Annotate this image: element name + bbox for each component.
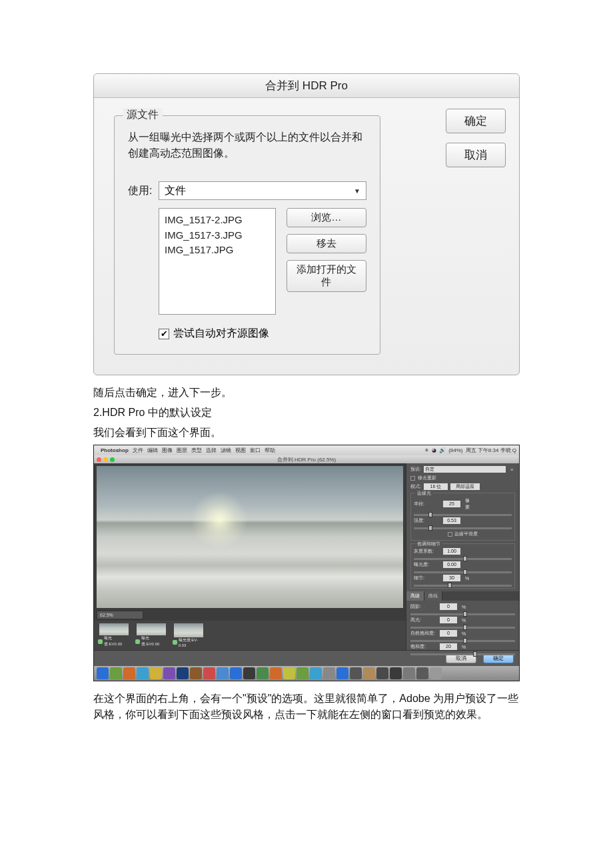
gamma-slider[interactable] xyxy=(414,558,512,560)
tab-curve[interactable]: 曲线 xyxy=(424,591,442,601)
dock-app-icon[interactable] xyxy=(376,667,388,679)
menu-item[interactable]: 文件 xyxy=(133,447,143,454)
edge-smooth-checkbox[interactable] xyxy=(448,532,452,537)
dock-app-icon[interactable] xyxy=(336,667,348,679)
preset-menu-icon[interactable]: ≡ xyxy=(508,467,515,472)
dock-app-icon[interactable] xyxy=(430,667,442,679)
thumb-label: 曝光值:EV-0.03 xyxy=(179,637,205,647)
remove-ghost-checkbox[interactable] xyxy=(410,476,415,481)
detail-slider[interactable] xyxy=(414,585,512,587)
dock-app-icon[interactable] xyxy=(283,667,295,679)
file-item[interactable]: IMG_1517-3.JPG xyxy=(165,228,270,243)
dock-app-icon[interactable] xyxy=(416,667,428,679)
strength-slider[interactable] xyxy=(414,527,512,529)
file-item[interactable]: IMG_1517-2.JPG xyxy=(165,213,270,228)
use-label: 使用: xyxy=(128,184,152,198)
strength-value[interactable]: 0.53 xyxy=(443,517,460,524)
browse-button[interactable]: 浏览… xyxy=(287,208,366,227)
add-open-files-button[interactable]: 添加打开的文件 xyxy=(287,260,366,292)
dock-app-icon[interactable] xyxy=(137,667,149,679)
edge-smooth-label: 边缘平滑度 xyxy=(454,531,478,537)
zoom-indicator[interactable]: 62.5% xyxy=(97,611,143,619)
menu-item[interactable]: 类型 xyxy=(191,447,202,454)
dock-app-icon[interactable] xyxy=(297,667,308,679)
dock-app-icon[interactable] xyxy=(363,667,375,679)
detail-value[interactable]: 30 xyxy=(443,575,460,581)
radius-slider[interactable] xyxy=(414,514,512,516)
mac-dock xyxy=(94,666,519,681)
close-icon[interactable] xyxy=(97,457,101,462)
file-list[interactable]: IMG_1517-2.JPG IMG_1517-3.JPG IMG_1517.J… xyxy=(159,208,276,315)
radius-unit: 像素 xyxy=(463,497,471,511)
exposure-value[interactable]: 0.00 xyxy=(443,561,460,568)
percent-unit: % xyxy=(460,645,468,649)
highlight-slider[interactable] xyxy=(410,627,515,629)
source-thumb[interactable]: 曝光值:EV0.00 xyxy=(98,623,130,647)
shadow-slider[interactable] xyxy=(410,613,515,615)
ok-button[interactable]: 确定 xyxy=(446,109,506,133)
mode-label: 模式: xyxy=(410,483,421,490)
shadow-value[interactable]: 0 xyxy=(440,603,457,610)
percent-unit: % xyxy=(460,631,468,636)
window-title: 合并到 HDR Pro (62.5%) xyxy=(277,456,336,463)
dock-app-icon[interactable] xyxy=(323,667,335,679)
dock-app-icon[interactable] xyxy=(150,667,162,679)
zoom-icon[interactable] xyxy=(110,457,115,462)
dock-app-icon[interactable] xyxy=(310,667,322,679)
dock-app-icon[interactable] xyxy=(257,667,269,679)
minimize-icon[interactable] xyxy=(103,457,108,462)
check-icon xyxy=(98,639,103,644)
dock-app-icon[interactable] xyxy=(110,667,122,679)
align-checkbox[interactable]: ✔ xyxy=(159,329,169,339)
percent-unit: % xyxy=(460,618,468,623)
tone-detail-group: 色调和细节 灰度系数: 1.00 曝光度: 0.00 细节: xyxy=(410,543,515,589)
dock-app-icon[interactable] xyxy=(123,667,135,679)
menu-item[interactable]: 滤镜 xyxy=(221,447,231,454)
gamma-value[interactable]: 1.00 xyxy=(443,548,460,555)
check-icon xyxy=(135,639,140,644)
dock-app-icon[interactable] xyxy=(403,667,415,679)
menu-item[interactable]: 图层 xyxy=(177,447,187,454)
exposure-slider[interactable] xyxy=(414,571,512,573)
saturation-slider[interactable] xyxy=(410,653,515,655)
source-thumb[interactable]: 曝光值:EV-0.03 xyxy=(173,623,205,647)
use-select[interactable]: 文件 ▼ xyxy=(159,181,366,200)
dock-app-icon[interactable] xyxy=(270,667,282,679)
radius-value[interactable]: 25 xyxy=(443,501,460,507)
tab-bar: 高级 曲线 xyxy=(406,591,519,601)
dock-app-icon[interactable] xyxy=(350,667,362,679)
cancel-button[interactable]: 取消 xyxy=(446,143,506,167)
saturation-value[interactable]: 20 xyxy=(440,643,457,650)
dock-app-icon[interactable] xyxy=(97,667,109,679)
dock-app-icon[interactable] xyxy=(243,667,255,679)
source-thumb[interactable]: 曝光值:EV0.00 xyxy=(135,623,167,647)
menu-item[interactable]: 窗口 xyxy=(250,447,261,454)
merge-hdr-dialog: 合并到 HDR Pro 源文件 从一组曝光中选择两个或两个以上的文件以合并和创建… xyxy=(93,73,520,375)
remove-button[interactable]: 移去 xyxy=(287,234,366,253)
preset-select[interactable]: 自定 xyxy=(424,466,506,473)
menu-item[interactable]: 帮助 xyxy=(265,447,275,454)
dock-app-icon[interactable] xyxy=(163,667,175,679)
dock-app-icon[interactable] xyxy=(177,667,189,679)
file-item[interactable]: IMG_1517.JPG xyxy=(165,243,270,258)
dock-app-icon[interactable] xyxy=(217,667,229,679)
method-select[interactable]: 局部适应 xyxy=(450,483,480,490)
menu-item[interactable]: 编辑 xyxy=(147,447,158,454)
vibrance-value[interactable]: 0 xyxy=(440,630,457,637)
thumb-image xyxy=(174,623,203,637)
dock-app-icon[interactable] xyxy=(230,667,242,679)
menu-item[interactable]: 视图 xyxy=(235,447,246,454)
window-titlebar: 合并到 HDR Pro (62.5%) xyxy=(94,455,519,463)
dock-app-icon[interactable] xyxy=(203,667,215,679)
mode-select[interactable]: 16 位 xyxy=(424,483,448,490)
tab-advanced[interactable]: 高级 xyxy=(406,591,424,601)
menu-item[interactable]: 选择 xyxy=(206,447,217,454)
dock-app-icon[interactable] xyxy=(190,667,202,679)
fieldset-legend: 源文件 xyxy=(123,108,163,122)
highlight-value[interactable]: 0 xyxy=(440,617,457,623)
dock-app-icon[interactable] xyxy=(390,667,402,679)
strength-label: 强度: xyxy=(414,517,440,524)
menu-item[interactable]: 图像 xyxy=(162,447,173,454)
radius-label: 半径: xyxy=(414,501,440,507)
vibrance-slider[interactable] xyxy=(410,640,515,642)
